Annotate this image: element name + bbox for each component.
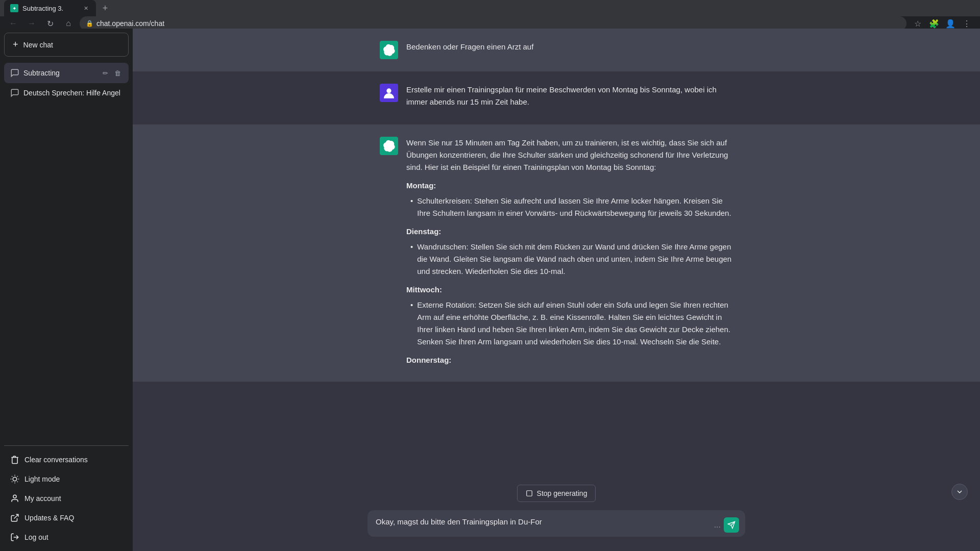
edit-conversation-button[interactable]: ✏	[100, 68, 110, 78]
svg-line-10	[14, 514, 18, 518]
svg-point-12	[386, 88, 391, 93]
stop-icon	[526, 490, 533, 497]
input-area: Stop generating ...	[133, 477, 980, 551]
assistant-avatar-2	[380, 137, 398, 155]
day-montag: Montag:	[406, 180, 733, 192]
tab-title: Subtracting 3.	[22, 5, 78, 12]
sidebar-bottom: Clear conversations Light mode My accoun…	[4, 445, 129, 547]
external-link-icon	[10, 513, 19, 522]
url-text: chat.openai.com/chat	[96, 19, 900, 28]
chat-messages: Bedenken oder Fragen einen Arzt auf Erst…	[133, 29, 980, 551]
conversation-label-2: Deutsch Sprechen: Hilfe Angel	[23, 89, 122, 97]
tab-favicon: ✦	[10, 4, 18, 12]
send-button[interactable]	[724, 517, 739, 533]
day-donnerstag: Donnerstag:	[406, 354, 733, 366]
input-container: ...	[368, 510, 745, 539]
user-message-text: Erstelle mir einen Trainingsplan für mei…	[406, 84, 733, 108]
send-dots: ...	[714, 520, 721, 530]
updates-faq-button[interactable]: Updates & FAQ	[4, 508, 129, 528]
plus-icon: +	[13, 39, 18, 50]
conversation-actions: ✏ 🗑	[100, 68, 122, 78]
trash-icon	[10, 455, 19, 464]
stop-btn-container: Stop generating	[145, 485, 968, 502]
conversations-list: Subtracting ✏ 🗑 Deutsch Sprechen: Hilfe …	[4, 63, 129, 445]
day-dienstag: Dienstag:	[406, 226, 733, 238]
sun-icon	[10, 474, 19, 484]
svg-rect-13	[526, 491, 532, 496]
chat-icon-2	[10, 88, 19, 97]
tab-close-button[interactable]: ✕	[82, 4, 90, 12]
forward-button[interactable]: →	[24, 16, 39, 31]
scroll-down-button[interactable]	[951, 484, 968, 500]
back-button[interactable]: ←	[6, 16, 20, 31]
new-chat-button[interactable]: + New chat	[4, 33, 129, 57]
my-account-label: My account	[24, 494, 61, 503]
message-row-assistant: Wenn Sie nur 15 Minuten am Tag Zeit habe…	[133, 124, 980, 382]
stop-generating-label: Stop generating	[537, 489, 587, 497]
conversation-item-deutsch[interactable]: Deutsch Sprechen: Hilfe Angel	[4, 83, 129, 103]
user-message-content: Erstelle mir einen Trainingsplan für mei…	[406, 84, 733, 112]
svg-line-7	[12, 482, 12, 482]
sidebar: + New chat Subtracting ✏ 🗑 Deutsch Sprec…	[0, 29, 133, 551]
mittwoch-list: Externe Rotation: Setzen Sie sich auf ei…	[410, 299, 733, 348]
log-out-label: Log out	[24, 533, 48, 541]
logout-icon	[10, 533, 19, 542]
assistant-intro: Wenn Sie nur 15 Minuten am Tag Zeit habe…	[406, 137, 733, 173]
message-inner-partial: Bedenken oder Fragen einen Arzt auf	[368, 41, 745, 59]
new-chat-label: New chat	[23, 41, 53, 49]
message-row-partial: Bedenken oder Fragen einen Arzt auf	[133, 29, 980, 71]
clear-conversations-button[interactable]: Clear conversations	[4, 450, 129, 469]
dienstag-item-1: Wandrutschen: Stellen Sie sich mit dem R…	[410, 241, 733, 278]
tab-bar: ✦ Subtracting 3. ✕ +	[0, 0, 980, 16]
svg-line-4	[17, 482, 18, 482]
message-inner-assistant: Wenn Sie nur 15 Minuten am Tag Zeit habe…	[368, 137, 745, 369]
assistant-message-content: Wenn Sie nur 15 Minuten am Tag Zeit habe…	[406, 137, 733, 369]
chevron-down-icon	[955, 488, 964, 496]
browser-chrome: ✦ Subtracting 3. ✕ + ← → ↻ ⌂ 🔒 chat.open…	[0, 0, 980, 29]
conversation-label: Subtracting	[23, 69, 96, 77]
conversation-item-subtracting[interactable]: Subtracting ✏ 🗑	[4, 63, 129, 83]
montag-list: Schulterkreisen: Stehen Sie aufrecht und…	[410, 195, 733, 219]
clear-conversations-label: Clear conversations	[24, 456, 88, 464]
user-icon	[10, 494, 19, 503]
svg-point-0	[13, 477, 17, 481]
partial-text: Bedenken oder Fragen einen Arzt auf	[406, 41, 733, 53]
light-mode-button[interactable]: Light mode	[4, 469, 129, 489]
assistant-avatar	[380, 41, 398, 59]
day-mittwoch: Mittwoch:	[406, 284, 733, 296]
active-tab[interactable]: ✦ Subtracting 3. ✕	[4, 0, 96, 16]
lock-icon: 🔒	[86, 20, 93, 27]
montag-item-1: Schulterkreisen: Stehen Sie aufrecht und…	[410, 195, 733, 219]
delete-conversation-button[interactable]: 🗑	[112, 68, 122, 78]
new-tab-button[interactable]: +	[98, 1, 112, 15]
my-account-button[interactable]: My account	[4, 489, 129, 508]
stop-generating-button[interactable]: Stop generating	[517, 485, 596, 502]
main-content: Bedenken oder Fragen einen Arzt auf Erst…	[133, 29, 980, 551]
light-mode-label: Light mode	[24, 475, 60, 483]
svg-line-3	[12, 476, 12, 477]
chat-icon	[10, 68, 19, 78]
message-row-user: Erstelle mir einen Trainingsplan für mei…	[133, 71, 980, 124]
app-container: + New chat Subtracting ✏ 🗑 Deutsch Sprec…	[0, 29, 980, 551]
dienstag-list: Wandrutschen: Stellen Sie sich mit dem R…	[410, 241, 733, 278]
svg-point-9	[13, 495, 16, 498]
updates-faq-label: Updates & FAQ	[24, 514, 74, 522]
send-icon	[727, 521, 736, 529]
partial-message-content: Bedenken oder Fragen einen Arzt auf	[406, 41, 733, 59]
svg-line-8	[17, 476, 18, 477]
log-out-button[interactable]: Log out	[4, 528, 129, 547]
mittwoch-item-1: Externe Rotation: Setzen Sie sich auf ei…	[410, 299, 733, 348]
message-inner-user: Erstelle mir einen Trainingsplan für mei…	[368, 84, 745, 112]
user-avatar	[380, 84, 398, 102]
chat-input[interactable]	[368, 510, 745, 537]
